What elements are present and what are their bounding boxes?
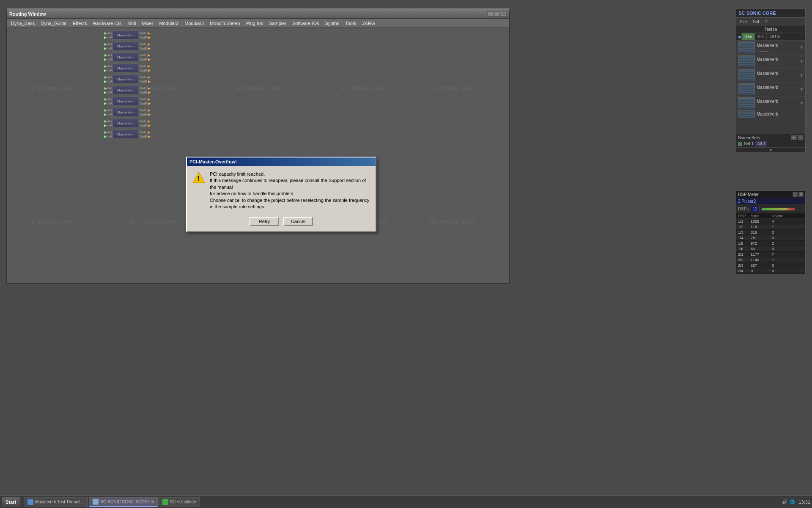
dsp-cell-dsp-8: 2/3: [738, 263, 751, 268]
taskbar-btn-untitled-label: SC <Untitled>: [170, 500, 196, 504]
taskbar-btn-untitled[interactable]: SC <Untitled>: [159, 497, 200, 507]
menu-zarg[interactable]: ZARG: [359, 20, 378, 27]
menu-modular2[interactable]: Modular2: [156, 20, 181, 27]
taskbar: Start Masterverb Test Thread ... SC SONI…: [0, 495, 812, 508]
close-btn[interactable]: ✕: [501, 11, 507, 17]
dsp-cell-sync-1: 1161: [751, 225, 772, 229]
sys-icon-sound: 🔊: [782, 499, 787, 505]
menu-mixer[interactable]: Mixer: [140, 20, 156, 27]
dsp-cell-async-0: 4: [772, 219, 789, 224]
module-inputs-1: ▶InL ▶InR: [104, 31, 112, 39]
dsp-cell-dsp-3: 1/4: [738, 236, 751, 240]
menu-mono-to-stereo[interactable]: MonoToStereo: [207, 20, 243, 27]
sc-file-btn[interactable]: File: [738, 19, 749, 25]
plugin-arrow-4[interactable]: ▼: [800, 87, 804, 91]
module-outputs-8: OutL▶ OutR▶: [139, 108, 151, 116]
taskbar-right: 🔊 🌐 13:31: [782, 499, 810, 505]
cancel-button[interactable]: Cancel: [283, 217, 313, 226]
screensets-all[interactable]: All-1: [755, 141, 767, 146]
scroll-down-arrow[interactable]: ▼: [769, 148, 773, 152]
warning-icon: !: [192, 171, 206, 185]
plugin-item-1: MasterVerb - _____ ▼: [736, 41, 805, 55]
masterverb-6[interactable]: MasterVerb: [113, 86, 138, 95]
scroll-bottom[interactable]: ▼: [736, 147, 805, 152]
dsp-cell-async-9: 0: [772, 269, 789, 273]
plugin-controls-5: -: [757, 104, 798, 108]
main-window: Routing Window _ □ ✕ Dyna_Bass Dyna_Guit…: [6, 8, 510, 284]
sonic-core-panel: SC SONIC CORE File Set ? Test1a ◀ Dev Bl…: [736, 8, 806, 153]
masterverb-4[interactable]: MasterVerb: [113, 64, 138, 73]
dialog-title-bar: PCI-Master-Overflow!: [187, 157, 376, 166]
menu-software-ios[interactable]: Software IOs: [290, 20, 322, 27]
maximize-btn[interactable]: □: [494, 11, 500, 17]
menu-hardware-ios[interactable]: Hardware IOs: [90, 20, 124, 27]
minimize-btn[interactable]: _: [487, 11, 493, 17]
dsp-row-10: 2/4 0 0: [736, 268, 805, 274]
dialog-msg-4: Choose cancel to change the project befo…: [210, 197, 370, 210]
menu-modular3[interactable]: Modular3: [182, 20, 206, 27]
window-title: Routing Window: [9, 11, 46, 17]
dsp-cell-sync-3: 261: [751, 236, 772, 240]
tab-bls[interactable]: Bls: [755, 33, 767, 40]
dsp-cell-sync-0: 1055: [751, 219, 772, 224]
taskbar-btn-scope[interactable]: SC SONIC CORE SCOPE 5: [89, 497, 157, 507]
watermark-7: SC_Private_Color: [129, 218, 176, 225]
dialog-buttons: Retry Cancel: [187, 215, 376, 231]
module-inputs-5: ▶InL ▶InR: [104, 75, 112, 83]
untitled-icon: [162, 499, 168, 505]
masterverb-2[interactable]: MasterVerb: [113, 41, 138, 51]
menu-sampler[interactable]: Sampler: [266, 20, 289, 27]
dialog-msg-3: for advice on how to handle this problem…: [210, 190, 370, 197]
screensets-remove-btn[interactable]: -: [798, 135, 804, 140]
dsp-row-7: 2/1 1177 7: [736, 252, 805, 257]
start-button[interactable]: Start: [2, 497, 20, 507]
dsp-col-dsp: DSP: [738, 214, 751, 218]
menu-synths[interactable]: Synths: [323, 20, 342, 27]
plugin-arrow-1[interactable]: ▼: [800, 45, 804, 50]
dsp-close-btn[interactable]: ✕: [798, 192, 804, 197]
plugin-arrow-3[interactable]: ▼: [800, 73, 804, 77]
module-row-6: ▶InL ▶InR MasterVerb OutL▶ OutR▶: [104, 85, 151, 95]
plugin-controls-2: -: [757, 62, 798, 66]
screensets-add-btn[interactable]: +: [791, 135, 797, 140]
plugin-controls-4: -: [757, 90, 798, 94]
taskbar-btn-thread[interactable]: Masterverb Test Thread ...: [24, 497, 88, 507]
menu-bar: Dyna_Bass Dyna_Guitar Effects Hardware I…: [7, 19, 509, 28]
warning-icon-container: !: [192, 171, 206, 185]
masterverb-7[interactable]: MasterVerb: [113, 97, 138, 106]
masterverb-3[interactable]: MasterVerb: [113, 52, 138, 62]
sc-menu-bar: File Set ?: [736, 18, 805, 26]
menu-dyna-bass[interactable]: Dyna_Bass: [8, 20, 37, 27]
masterverb-9[interactable]: MasterVerb: [113, 119, 138, 128]
sc-help-btn[interactable]: ?: [763, 19, 770, 25]
tab-outs[interactable]: OUTs: [767, 33, 783, 40]
dsp-row-2: 1/2 1161 7: [736, 224, 805, 230]
dsp-minimize-btn[interactable]: _: [793, 192, 798, 197]
menu-effects[interactable]: Effects: [70, 20, 89, 27]
screensets-set1[interactable]: Set 1: [744, 141, 754, 146]
sc-preset: Test1a: [736, 26, 805, 33]
menu-midi[interactable]: Midi: [125, 20, 138, 27]
sc-logo: SC: [739, 11, 745, 16]
menu-plug-ins[interactable]: Plug-Ins: [244, 20, 266, 27]
module-outputs-6: OutL▶ OutR▶: [139, 86, 151, 94]
screensets-indicator: [738, 142, 742, 146]
dsp-cell-sync-4: 972: [751, 241, 772, 246]
menu-dyna-guitar[interactable]: Dyna_Guitar: [38, 20, 69, 27]
plugin-arrow-5[interactable]: ▼: [800, 101, 804, 105]
masterverb-5[interactable]: MasterVerb: [113, 75, 138, 84]
tab-dev[interactable]: Dev: [741, 33, 755, 40]
dialog-title: PCI-Master-Overflow!: [189, 159, 237, 164]
menu-tools[interactable]: Tools: [343, 20, 359, 27]
module-row-10: ▶InL ▶InR MasterVerb OutL▶ OutR▶: [104, 129, 151, 139]
retry-button[interactable]: Retry: [250, 217, 279, 226]
masterverb-10[interactable]: MasterVerb: [113, 130, 138, 139]
dsp-row-1: 1/1 1055 4: [736, 219, 805, 224]
sc-set-btn[interactable]: Set: [751, 19, 761, 25]
plugin-arrow-2[interactable]: ▼: [800, 59, 804, 64]
scope-icon: [93, 499, 99, 505]
taskbar-btn-scope-label: SC SONIC CORE SCOPE 5: [100, 500, 154, 504]
masterverb-8[interactable]: MasterVerb: [113, 108, 138, 117]
dsp-cell-dsp-1: 1/2: [738, 225, 751, 229]
masterverb-1[interactable]: MasterVerb: [113, 30, 138, 40]
